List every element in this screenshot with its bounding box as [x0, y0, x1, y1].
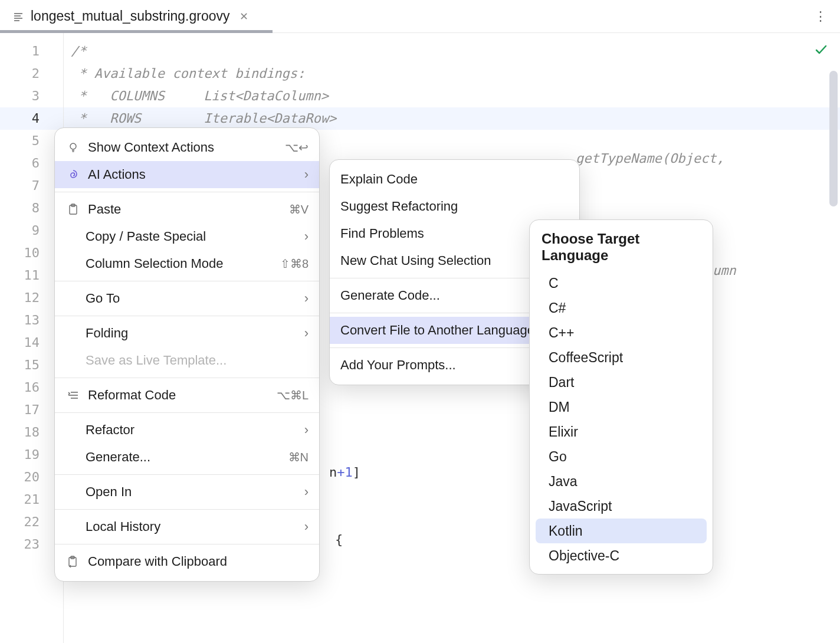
menu-label: Explain Code — [340, 172, 569, 187]
menu-show-context-actions[interactable]: Show Context Actions ⌥↩ — [55, 134, 319, 161]
context-menu: Show Context Actions ⌥↩ AI Actions › Pas… — [54, 127, 320, 582]
code-line: * Available context bindings: — [64, 63, 840, 85]
menu-shortcut: ⌘N — [288, 450, 309, 464]
line-number: 9 — [0, 219, 63, 242]
code-fragment: getTypeName(Object, — [576, 151, 724, 166]
language-popup: Choose Target Language CC#C++CoffeeScrip… — [529, 219, 713, 575]
line-number: 2 — [0, 63, 63, 85]
menu-separator — [55, 474, 319, 475]
language-option[interactable]: C++ — [536, 320, 707, 345]
line-number: 18 — [0, 421, 63, 444]
tab-filename: longest_mutual_substring.groovy — [31, 8, 230, 24]
menu-separator — [55, 192, 319, 192]
chevron-right-icon: › — [304, 167, 309, 182]
clipboard-icon — [65, 204, 81, 215]
menu-label: Generate... — [86, 450, 281, 465]
menu-label: Local History — [86, 519, 297, 534]
line-number: 13 — [0, 309, 63, 332]
line-number: 1 — [0, 40, 63, 63]
menu-folding[interactable]: Folding › — [55, 320, 319, 347]
line-number: 5 — [0, 130, 63, 152]
submenu-explain-code[interactable]: Explain Code — [330, 166, 579, 193]
line-number: 7 — [0, 175, 63, 197]
line-number: 20 — [0, 466, 63, 488]
menu-label: Suggest Refactoring — [340, 199, 569, 214]
menu-label: Paste — [88, 202, 282, 217]
bulb-icon — [65, 142, 81, 153]
code-fragment: n+1] — [329, 465, 360, 480]
menu-compare-clipboard[interactable]: Compare with Clipboard — [55, 548, 319, 575]
language-option[interactable]: JavaScript — [536, 494, 707, 519]
file-icon — [12, 10, 25, 23]
menu-separator — [55, 281, 319, 281]
menu-shortcut: ⇧⌘8 — [280, 257, 309, 271]
language-option[interactable]: Dart — [536, 370, 707, 395]
line-number: 11 — [0, 264, 63, 287]
chevron-right-icon: › — [304, 291, 309, 306]
menu-open-in[interactable]: Open In › — [55, 478, 319, 506]
menu-local-history[interactable]: Local History › — [55, 513, 319, 540]
menu-separator — [55, 316, 319, 316]
language-option[interactable]: C — [536, 271, 707, 296]
language-option[interactable]: Objective-C — [536, 543, 707, 568]
language-option[interactable]: CoffeeScript — [536, 345, 707, 370]
status-check-icon[interactable] — [814, 42, 828, 60]
language-popup-title: Choose Target Language — [530, 226, 713, 271]
language-option[interactable]: Kotlin — [536, 519, 707, 543]
menu-reformat-code[interactable]: Reformat Code ⌥⌘L — [55, 382, 319, 409]
close-tab-icon[interactable]: ✕ — [239, 10, 248, 23]
menu-separator — [55, 378, 319, 378]
chevron-right-icon: › — [304, 519, 309, 534]
menu-copy-paste-special[interactable]: Copy / Paste Special › — [55, 223, 319, 250]
chevron-right-icon: › — [304, 422, 309, 438]
reformat-icon — [65, 391, 81, 400]
line-number: 23 — [0, 533, 63, 556]
editor-tab-bar: longest_mutual_substring.groovy ✕ ⋮ — [0, 0, 840, 33]
code-fragment: umn — [713, 263, 736, 278]
menu-separator — [55, 544, 319, 544]
line-number: 21 — [0, 488, 63, 511]
menu-paste[interactable]: Paste ⌘V — [55, 196, 319, 223]
menu-separator — [55, 412, 319, 413]
line-number: 8 — [0, 197, 63, 219]
menu-refactor[interactable]: Refactor › — [55, 416, 319, 444]
menu-label: Folding — [86, 326, 297, 341]
code-line-current: * ROWS Iterable<DataRow> — [64, 107, 840, 130]
line-number: 10 — [0, 242, 63, 264]
chevron-right-icon: › — [304, 229, 309, 244]
compare-icon — [65, 556, 81, 567]
menu-shortcut: ⌥↩ — [285, 140, 309, 155]
menu-label: Copy / Paste Special — [86, 229, 297, 244]
menu-generate[interactable]: Generate... ⌘N — [55, 444, 319, 471]
menu-go-to[interactable]: Go To › — [55, 285, 319, 312]
chevron-right-icon: › — [304, 326, 309, 341]
more-icon[interactable]: ⋮ — [814, 9, 828, 24]
menu-save-live-template: Save as Live Template... — [55, 347, 319, 374]
scrollbar-thumb[interactable] — [829, 71, 838, 206]
line-number: 19 — [0, 444, 63, 466]
menu-label: Open In — [86, 484, 297, 500]
language-option[interactable]: Go — [536, 444, 707, 469]
line-number: 3 — [0, 85, 63, 107]
code-line: /* — [64, 40, 840, 63]
submenu-suggest-refactoring[interactable]: Suggest Refactoring — [330, 193, 579, 220]
menu-label: Compare with Clipboard — [88, 554, 309, 569]
line-number: 22 — [0, 511, 63, 533]
language-option[interactable]: Java — [536, 469, 707, 494]
ai-icon — [65, 169, 81, 181]
file-tab[interactable]: longest_mutual_substring.groovy ✕ — [5, 0, 255, 32]
line-number: 17 — [0, 399, 63, 421]
svg-point-4 — [70, 143, 76, 149]
menu-ai-actions[interactable]: AI Actions › — [55, 161, 319, 188]
language-option[interactable]: C# — [536, 296, 707, 320]
menu-column-selection[interactable]: Column Selection Mode ⇧⌘8 — [55, 250, 319, 277]
menu-label: Show Context Actions — [88, 140, 278, 155]
language-option[interactable]: DM — [536, 395, 707, 419]
menu-label: Refactor — [86, 422, 297, 438]
menu-label: Go To — [86, 291, 297, 306]
code-fragment: { — [335, 532, 343, 547]
language-option[interactable]: Elixir — [536, 419, 707, 444]
line-number: 4 — [0, 107, 63, 130]
line-number: 12 — [0, 287, 63, 309]
menu-separator — [55, 509, 319, 510]
